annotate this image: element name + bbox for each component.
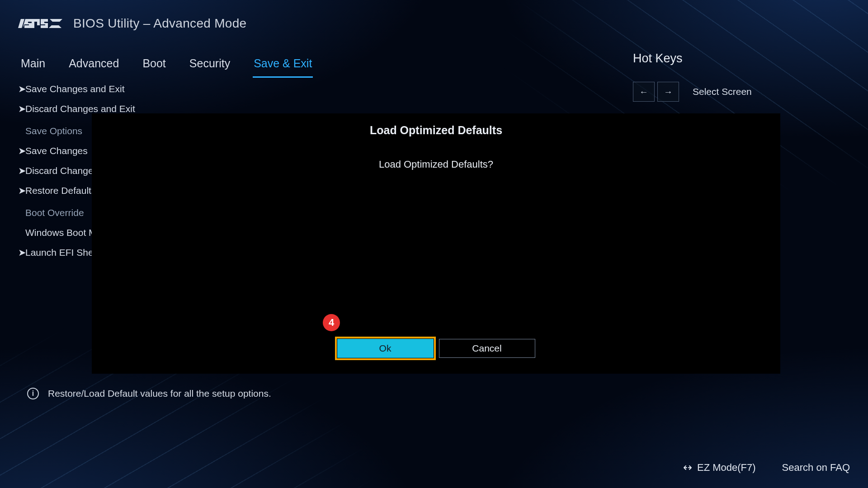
dialog-message: Load Optimized Defaults? bbox=[92, 159, 780, 170]
dialog-title: Load Optimized Defaults bbox=[92, 124, 780, 137]
load-defaults-dialog: Load Optimized Defaults Load Optimized D… bbox=[92, 113, 780, 374]
cancel-button[interactable]: Cancel bbox=[439, 339, 535, 358]
ok-button[interactable]: Ok bbox=[337, 339, 434, 358]
annotation-step-badge: 4 bbox=[323, 314, 340, 331]
